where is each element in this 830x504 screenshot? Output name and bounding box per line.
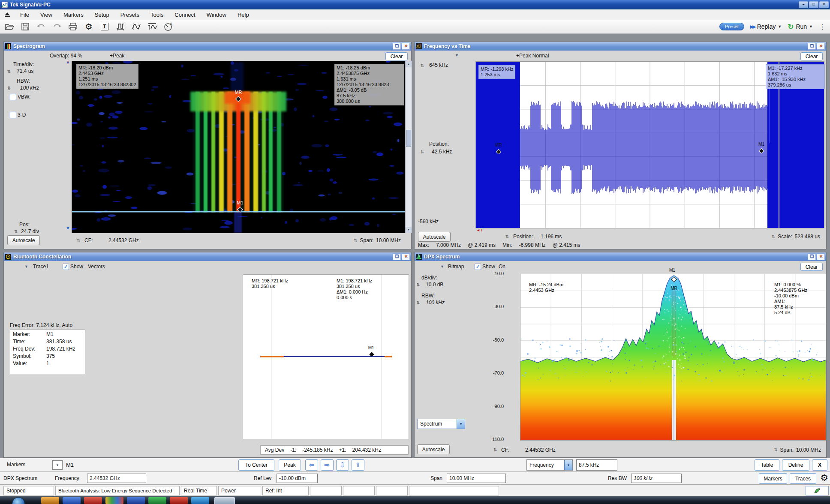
clear-button[interactable]: Clear — [800, 263, 823, 271]
frequency-input[interactable]: 2.44532 GHz — [87, 474, 146, 483]
menu-view[interactable]: View — [35, 10, 58, 19]
maximize-button[interactable]: □ — [809, 1, 818, 8]
panel-close-icon[interactable]: ✕ — [817, 253, 825, 260]
span-value[interactable]: 10.00 MHz — [376, 237, 401, 243]
peak-higher-button[interactable]: ⇧ — [352, 459, 364, 471]
spinner-icon[interactable]: ⇅ — [354, 238, 357, 243]
spinner-icon[interactable]: ⇅ — [7, 69, 11, 74]
dropdown-arrow-icon[interactable]: ▾ — [457, 419, 465, 429]
vbw-checkbox[interactable] — [10, 94, 16, 100]
spinner-icon[interactable]: ⇅ — [493, 448, 497, 452]
trigger-position-icon[interactable]: ▲ — [66, 59, 70, 64]
spinner-icon[interactable]: ⇅ — [14, 230, 18, 234]
settings-gear-icon[interactable]: ⚙ — [820, 473, 828, 483]
rbw-value[interactable]: 100 kHz — [20, 85, 39, 91]
autoscale-button[interactable]: Autoscale — [7, 235, 40, 245]
time-position-value[interactable]: 1.196 ms — [541, 234, 562, 240]
spinner-icon[interactable]: ⇅ — [421, 63, 424, 68]
chevron-down-icon[interactable]: ▼ — [455, 53, 459, 57]
peak-button[interactable]: Peak — [279, 459, 301, 471]
constellation-titlebar[interactable]: Bluetooth Constellation ❐ ✕ — [4, 252, 411, 261]
peak-lower-button[interactable]: ⇩ — [336, 459, 349, 471]
spinner-icon[interactable]: ⇅ — [774, 448, 777, 452]
marker-select-dropdown[interactable]: ▼ — [52, 460, 63, 470]
spinner-icon[interactable]: ⇅ — [416, 283, 420, 287]
panel-close-icon[interactable]: ✕ — [402, 253, 410, 260]
trace-type-select[interactable]: Spectrum ▾ — [417, 419, 465, 429]
trace-selector[interactable]: Trace1 — [33, 264, 49, 270]
vectors-label[interactable]: Vectors — [88, 264, 105, 270]
chevron-down-icon[interactable]: ▼ — [24, 264, 28, 269]
menu-help[interactable]: Help — [232, 10, 255, 19]
spinner-icon[interactable]: ⇅ — [77, 238, 80, 243]
marker-readout-value[interactable]: 87.5 kHz — [576, 459, 617, 471]
panel-restore-button[interactable]: ❐ — [393, 253, 401, 260]
cf-value[interactable]: 2.44532 GHz — [525, 447, 556, 453]
chevron-down-icon[interactable]: ▼ — [440, 264, 444, 269]
spinner-icon[interactable]: ⇅ — [416, 301, 420, 305]
constellation-plot[interactable]: M1: MR: 198.721 kHz381.358 us M1: 198.72… — [243, 274, 409, 439]
autoscale-button[interactable]: Autoscale — [417, 444, 450, 454]
amplitude-measure-icon[interactable] — [147, 21, 157, 32]
peak-left-button[interactable]: ⇦ — [305, 459, 318, 471]
autoscale-button[interactable]: Autoscale — [418, 232, 451, 242]
settings-gear-icon[interactable]: ⚙ — [84, 21, 94, 32]
menu-connect[interactable]: Connect — [169, 10, 201, 19]
marker-readout-type-select[interactable]: Frequency ▾ — [526, 459, 573, 471]
panel-restore-button[interactable]: ❐ — [808, 253, 816, 260]
run-button[interactable]: ↻ Run ▼ — [788, 22, 813, 31]
menu-markers[interactable]: Markers — [58, 10, 89, 19]
panel-close-icon[interactable]: ✕ — [402, 43, 410, 50]
overflow-menu-icon[interactable]: ⋮ — [819, 23, 826, 31]
menu-window[interactable]: Window — [201, 10, 232, 19]
taskbar-icon[interactable] — [105, 497, 123, 504]
taskbar-icon[interactable] — [127, 497, 145, 504]
text-annotation-icon[interactable]: T — [99, 21, 110, 32]
taskbar-icon[interactable] — [191, 497, 209, 504]
close-markers-button[interactable]: X — [812, 459, 827, 471]
undo-icon[interactable] — [36, 21, 46, 32]
replay-button[interactable]: ▶▶ Replay ▼ — [750, 23, 782, 30]
to-center-button[interactable]: To Center — [238, 459, 274, 471]
start-orb[interactable] — [12, 497, 25, 504]
pulse-measure-icon[interactable] — [115, 21, 126, 32]
signal-quality-icon[interactable] — [131, 21, 141, 32]
traces-panel-button[interactable]: Traces — [790, 473, 816, 484]
3d-checkbox[interactable] — [10, 112, 16, 118]
minimize-button[interactable]: – — [799, 1, 808, 8]
menu-setup[interactable]: Setup — [89, 10, 115, 19]
db-div-value[interactable]: 10.0 dB — [426, 282, 443, 288]
spinner-icon[interactable]: ⇅ — [7, 86, 11, 90]
eject-icon[interactable] — [0, 12, 15, 17]
dpx-plot[interactable]: MR MR: -15.24 dBm2.4453 GHz M1: 0.000 %2… — [520, 274, 826, 441]
top-scale-value[interactable]: 645 kHz — [429, 62, 448, 68]
dropdown-arrow-icon[interactable]: ▾ — [564, 460, 572, 470]
span-input[interactable]: 10.00 MHz — [447, 474, 506, 483]
taskbar-icon[interactable] — [41, 497, 59, 504]
clear-button[interactable]: Clear — [800, 52, 823, 60]
trace-selector[interactable]: Bitmap — [448, 264, 464, 270]
res-bw-input[interactable]: 100 kHz — [631, 474, 682, 483]
dpx-titlebar[interactable]: DPX Spectrum ❐ ✕ — [415, 252, 826, 261]
print-icon[interactable] — [68, 21, 78, 32]
menu-tools[interactable]: Tools — [145, 10, 169, 19]
scale-value[interactable]: 523.488 us — [795, 234, 820, 240]
preset-button[interactable]: Preset — [719, 23, 744, 30]
span-value[interactable]: 10.00 MHz — [796, 447, 821, 453]
taskbar-icon[interactable] — [63, 497, 81, 504]
panel-close-icon[interactable]: ✕ — [817, 43, 825, 50]
spectrogram-titlebar[interactable]: Spectrogram ❐ ✕ — [4, 42, 411, 51]
taskbar-icon[interactable] — [84, 497, 102, 504]
scrollbar-thumb[interactable] — [406, 130, 411, 147]
ref-level-input[interactable]: -10.00 dBm — [277, 474, 318, 483]
fvt-plot[interactable]: MR M1 MR: -1.298 kHz1.253 ms M1: -17.227… — [475, 61, 824, 228]
taskbar-icon[interactable] — [148, 497, 166, 504]
spinner-icon[interactable]: ⇅ — [505, 234, 509, 239]
scroll-up-icon[interactable]: ▲ — [406, 61, 412, 67]
taskbar-icon[interactable] — [170, 497, 188, 504]
position-value[interactable]: 42.5 kHz — [432, 149, 452, 155]
clear-button[interactable]: Clear — [385, 52, 408, 60]
rbw-value[interactable]: 100 kHz — [426, 300, 445, 306]
scroll-down-icon[interactable]: ▼ — [406, 227, 412, 233]
table-button[interactable]: Table — [755, 459, 779, 471]
